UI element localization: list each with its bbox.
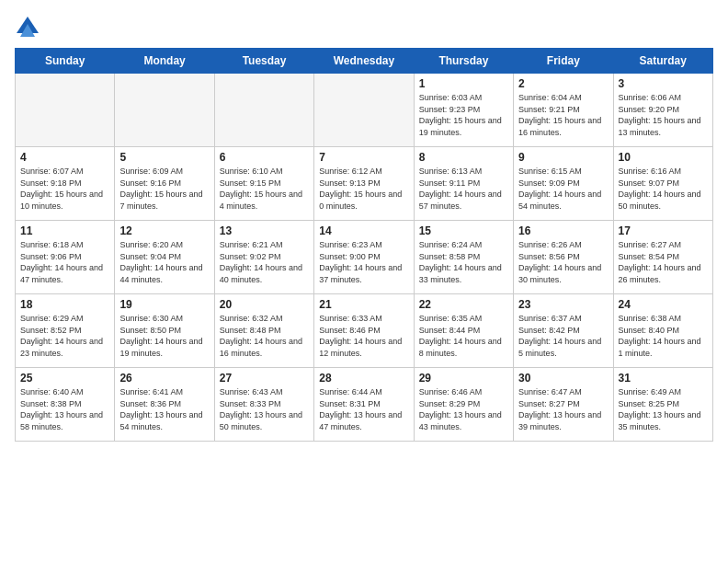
day-number: 3 xyxy=(619,77,708,90)
day-info: Sunrise: 6:44 AM Sunset: 8:31 PM Dayligh… xyxy=(319,386,408,432)
page: SundayMondayTuesdayWednesdayThursdayFrid… xyxy=(0,0,728,456)
day-info: Sunrise: 6:38 AM Sunset: 8:40 PM Dayligh… xyxy=(619,313,708,359)
header xyxy=(15,15,713,40)
day-info: Sunrise: 6:03 AM Sunset: 9:23 PM Dayligh… xyxy=(419,92,508,138)
calendar-cell: 17Sunrise: 6:27 AM Sunset: 8:54 PM Dayli… xyxy=(613,221,712,294)
day-number: 9 xyxy=(518,151,608,164)
day-header-saturday: Saturday xyxy=(613,49,712,74)
day-info: Sunrise: 6:21 AM Sunset: 9:02 PM Dayligh… xyxy=(220,239,309,285)
day-info: Sunrise: 6:07 AM Sunset: 9:18 PM Dayligh… xyxy=(20,166,109,212)
calendar-week-row: 11Sunrise: 6:18 AM Sunset: 9:06 PM Dayli… xyxy=(16,221,713,294)
day-info: Sunrise: 6:20 AM Sunset: 9:04 PM Dayligh… xyxy=(119,239,209,285)
day-number: 29 xyxy=(419,372,508,385)
logo-icon xyxy=(15,15,40,40)
day-number: 26 xyxy=(119,372,209,385)
calendar-cell: 16Sunrise: 6:26 AM Sunset: 8:56 PM Dayli… xyxy=(514,221,613,294)
calendar-cell xyxy=(314,74,414,147)
day-info: Sunrise: 6:49 AM Sunset: 8:25 PM Dayligh… xyxy=(619,386,708,432)
calendar-cell: 20Sunrise: 6:32 AM Sunset: 8:48 PM Dayli… xyxy=(214,294,313,368)
day-number: 27 xyxy=(220,372,309,385)
day-number: 5 xyxy=(119,151,209,164)
day-number: 4 xyxy=(20,151,109,164)
calendar-cell: 7Sunrise: 6:12 AM Sunset: 9:13 PM Daylig… xyxy=(314,147,414,221)
day-info: Sunrise: 6:32 AM Sunset: 8:48 PM Dayligh… xyxy=(220,313,309,359)
day-number: 19 xyxy=(119,298,209,311)
day-info: Sunrise: 6:47 AM Sunset: 8:27 PM Dayligh… xyxy=(518,386,608,432)
calendar-cell: 19Sunrise: 6:30 AM Sunset: 8:50 PM Dayli… xyxy=(115,294,214,368)
day-number: 10 xyxy=(619,151,708,164)
day-info: Sunrise: 6:26 AM Sunset: 8:56 PM Dayligh… xyxy=(518,239,608,285)
calendar-cell: 14Sunrise: 6:23 AM Sunset: 9:00 PM Dayli… xyxy=(314,221,414,294)
calendar-cell: 12Sunrise: 6:20 AM Sunset: 9:04 PM Dayli… xyxy=(115,221,214,294)
calendar-cell: 2Sunrise: 6:04 AM Sunset: 9:21 PM Daylig… xyxy=(514,74,613,147)
day-number: 15 xyxy=(419,224,508,237)
day-header-tuesday: Tuesday xyxy=(214,49,313,74)
logo xyxy=(15,15,44,40)
calendar-week-row: 1Sunrise: 6:03 AM Sunset: 9:23 PM Daylig… xyxy=(16,74,713,147)
day-info: Sunrise: 6:13 AM Sunset: 9:11 PM Dayligh… xyxy=(419,166,508,212)
calendar-cell: 4Sunrise: 6:07 AM Sunset: 9:18 PM Daylig… xyxy=(16,147,115,221)
day-info: Sunrise: 6:18 AM Sunset: 9:06 PM Dayligh… xyxy=(20,239,109,285)
calendar-cell: 31Sunrise: 6:49 AM Sunset: 8:25 PM Dayli… xyxy=(613,368,712,442)
calendar-week-row: 18Sunrise: 6:29 AM Sunset: 8:52 PM Dayli… xyxy=(16,294,713,368)
day-number: 11 xyxy=(20,224,109,237)
day-number: 22 xyxy=(419,298,508,311)
calendar-cell: 21Sunrise: 6:33 AM Sunset: 8:46 PM Dayli… xyxy=(314,294,414,368)
calendar-cell: 22Sunrise: 6:35 AM Sunset: 8:44 PM Dayli… xyxy=(414,294,513,368)
day-info: Sunrise: 6:24 AM Sunset: 8:58 PM Dayligh… xyxy=(419,239,508,285)
day-info: Sunrise: 6:35 AM Sunset: 8:44 PM Dayligh… xyxy=(419,313,508,359)
day-info: Sunrise: 6:30 AM Sunset: 8:50 PM Dayligh… xyxy=(119,313,209,359)
day-info: Sunrise: 6:43 AM Sunset: 8:33 PM Dayligh… xyxy=(220,386,309,432)
day-number: 25 xyxy=(20,372,109,385)
calendar-cell: 25Sunrise: 6:40 AM Sunset: 8:38 PM Dayli… xyxy=(16,368,115,442)
day-info: Sunrise: 6:16 AM Sunset: 9:07 PM Dayligh… xyxy=(619,166,708,212)
day-info: Sunrise: 6:27 AM Sunset: 8:54 PM Dayligh… xyxy=(619,239,708,285)
day-info: Sunrise: 6:10 AM Sunset: 9:15 PM Dayligh… xyxy=(220,166,309,212)
day-header-monday: Monday xyxy=(115,49,214,74)
calendar-cell: 28Sunrise: 6:44 AM Sunset: 8:31 PM Dayli… xyxy=(314,368,414,442)
day-info: Sunrise: 6:12 AM Sunset: 9:13 PM Dayligh… xyxy=(319,166,408,212)
day-info: Sunrise: 6:33 AM Sunset: 8:46 PM Dayligh… xyxy=(319,313,408,359)
calendar-cell: 10Sunrise: 6:16 AM Sunset: 9:07 PM Dayli… xyxy=(613,147,712,221)
calendar-cell: 24Sunrise: 6:38 AM Sunset: 8:40 PM Dayli… xyxy=(613,294,712,368)
calendar-cell: 11Sunrise: 6:18 AM Sunset: 9:06 PM Dayli… xyxy=(16,221,115,294)
day-header-friday: Friday xyxy=(514,49,613,74)
day-info: Sunrise: 6:23 AM Sunset: 9:00 PM Dayligh… xyxy=(319,239,408,285)
calendar-week-row: 25Sunrise: 6:40 AM Sunset: 8:38 PM Dayli… xyxy=(16,368,713,442)
calendar-cell: 5Sunrise: 6:09 AM Sunset: 9:16 PM Daylig… xyxy=(115,147,214,221)
calendar-cell: 18Sunrise: 6:29 AM Sunset: 8:52 PM Dayli… xyxy=(16,294,115,368)
day-number: 14 xyxy=(319,224,408,237)
calendar-cell: 9Sunrise: 6:15 AM Sunset: 9:09 PM Daylig… xyxy=(514,147,613,221)
day-number: 31 xyxy=(619,372,708,385)
day-number: 30 xyxy=(518,372,608,385)
day-number: 8 xyxy=(419,151,508,164)
day-number: 24 xyxy=(619,298,708,311)
day-info: Sunrise: 6:09 AM Sunset: 9:16 PM Dayligh… xyxy=(119,166,209,212)
calendar-cell: 30Sunrise: 6:47 AM Sunset: 8:27 PM Dayli… xyxy=(514,368,613,442)
calendar-cell: 26Sunrise: 6:41 AM Sunset: 8:36 PM Dayli… xyxy=(115,368,214,442)
calendar-cell: 13Sunrise: 6:21 AM Sunset: 9:02 PM Dayli… xyxy=(214,221,313,294)
day-number: 16 xyxy=(518,224,608,237)
day-number: 7 xyxy=(319,151,408,164)
calendar-week-row: 4Sunrise: 6:07 AM Sunset: 9:18 PM Daylig… xyxy=(16,147,713,221)
day-number: 2 xyxy=(518,77,608,90)
day-info: Sunrise: 6:37 AM Sunset: 8:42 PM Dayligh… xyxy=(518,313,608,359)
day-number: 6 xyxy=(220,151,309,164)
calendar-cell: 15Sunrise: 6:24 AM Sunset: 8:58 PM Dayli… xyxy=(414,221,513,294)
day-info: Sunrise: 6:46 AM Sunset: 8:29 PM Dayligh… xyxy=(419,386,508,432)
day-header-thursday: Thursday xyxy=(414,49,513,74)
calendar-cell: 27Sunrise: 6:43 AM Sunset: 8:33 PM Dayli… xyxy=(214,368,313,442)
calendar-cell: 29Sunrise: 6:46 AM Sunset: 8:29 PM Dayli… xyxy=(414,368,513,442)
calendar-cell: 8Sunrise: 6:13 AM Sunset: 9:11 PM Daylig… xyxy=(414,147,513,221)
day-number: 18 xyxy=(20,298,109,311)
day-header-sunday: Sunday xyxy=(16,49,115,74)
day-number: 13 xyxy=(220,224,309,237)
day-header-wednesday: Wednesday xyxy=(314,49,414,74)
day-number: 21 xyxy=(319,298,408,311)
day-number: 12 xyxy=(119,224,209,237)
day-info: Sunrise: 6:41 AM Sunset: 8:36 PM Dayligh… xyxy=(119,386,209,432)
calendar-cell: 3Sunrise: 6:06 AM Sunset: 9:20 PM Daylig… xyxy=(613,74,712,147)
day-number: 28 xyxy=(319,372,408,385)
calendar-cell: 23Sunrise: 6:37 AM Sunset: 8:42 PM Dayli… xyxy=(514,294,613,368)
calendar-table: SundayMondayTuesdayWednesdayThursdayFrid… xyxy=(15,48,713,442)
